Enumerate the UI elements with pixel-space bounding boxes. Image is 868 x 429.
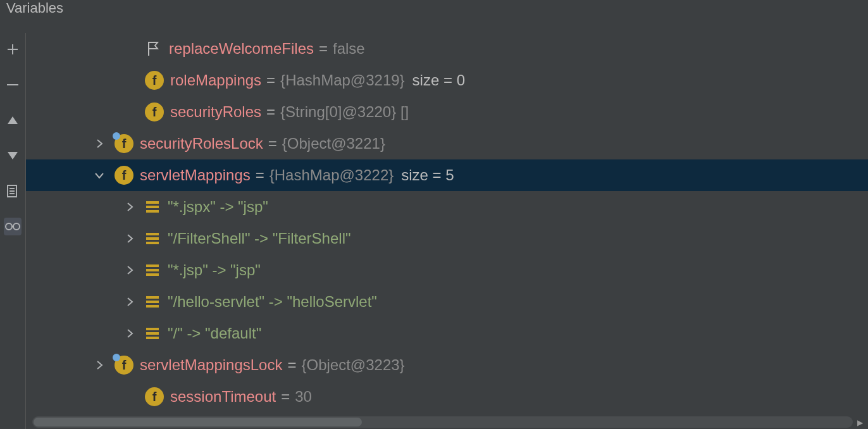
variable-value: {Object@3223} — [301, 356, 404, 374]
scrollbar-thumb[interactable] — [34, 418, 362, 426]
variable-value: {HashMap@3219} — [280, 72, 405, 89]
svg-rect-15 — [146, 273, 159, 276]
svg-rect-18 — [146, 305, 159, 308]
svg-rect-14 — [146, 269, 159, 271]
variable-row[interactable]: fservletMappings={HashMap@3222}size = 5 — [26, 159, 868, 191]
glasses-button[interactable] — [4, 218, 22, 235]
svg-rect-4 — [9, 193, 15, 194]
collapse-arrow-icon[interactable] — [92, 171, 107, 180]
map-entry-row[interactable]: "/FilterShell" -> "FilterShell" — [26, 223, 868, 254]
variable-row[interactable]: fservletMappingsLock={Object@3223} — [26, 349, 868, 381]
move-down-button[interactable] — [4, 147, 22, 165]
map-entry-icon — [145, 294, 160, 309]
variable-row[interactable]: fsessionTimeout=30 — [26, 381, 868, 413]
expand-arrow-icon[interactable] — [92, 139, 107, 148]
remove-watch-button[interactable] — [4, 76, 22, 94]
map-entry-row[interactable]: "*.jsp" -> "jsp" — [26, 254, 868, 286]
variable-row[interactable]: froleMappings={HashMap@3219}size = 0 — [26, 65, 868, 96]
equals-sign: = — [266, 103, 275, 121]
expand-arrow-icon[interactable] — [122, 297, 137, 306]
equals-sign: = — [281, 388, 290, 406]
field-icon: f — [145, 71, 164, 90]
map-entry-icon — [145, 263, 160, 278]
svg-rect-13 — [146, 264, 159, 267]
add-watch-button[interactable] — [4, 40, 22, 58]
horizontal-scrollbar[interactable] — [32, 416, 853, 428]
variable-name: securityRoles — [170, 103, 261, 121]
field-icon: f — [115, 134, 133, 153]
expand-arrow-icon[interactable] — [122, 202, 137, 211]
svg-rect-3 — [9, 190, 15, 192]
map-entry-row[interactable]: "/" -> "default" — [26, 318, 868, 349]
variables-tree[interactable]: replaceWelcomeFiles=falsefroleMappings={… — [26, 33, 868, 429]
svg-rect-12 — [146, 242, 159, 244]
expand-arrow-icon[interactable] — [122, 234, 137, 243]
variable-extra: size = 0 — [412, 72, 465, 89]
clipboard-button[interactable] — [4, 182, 22, 200]
variable-name: sessionTimeout — [170, 388, 276, 406]
field-icon: f — [145, 387, 164, 406]
svg-rect-0 — [7, 84, 18, 85]
expand-arrow-icon[interactable] — [92, 361, 107, 370]
svg-rect-2 — [9, 188, 15, 189]
variable-value: false — [333, 40, 365, 58]
move-up-button[interactable] — [4, 111, 22, 129]
svg-rect-10 — [146, 233, 159, 235]
svg-point-5 — [6, 223, 12, 230]
variable-value: {HashMap@3222} — [270, 166, 394, 184]
map-entry-value: "/FilterShell" -> "FilterShell" — [168, 230, 351, 247]
field-icon: f — [115, 356, 133, 375]
variable-value: {String[0]@3220} [] — [280, 103, 409, 121]
variable-value: 30 — [295, 388, 312, 406]
map-entry-row[interactable]: "*.jspx" -> "jsp" — [26, 191, 868, 223]
variable-row[interactable]: fsecurityRolesLock={Object@3221} — [26, 128, 868, 159]
equals-sign: = — [319, 40, 328, 58]
map-entry-value: "*.jsp" -> "jsp" — [168, 261, 261, 279]
scroll-right-button[interactable]: ▶ — [854, 417, 865, 428]
flag-icon — [145, 40, 163, 58]
expand-arrow-icon[interactable] — [122, 329, 137, 338]
equals-sign: = — [256, 166, 264, 184]
variable-value: {Object@3221} — [282, 135, 385, 152]
map-entry-icon — [145, 326, 160, 341]
map-entry-row[interactable]: "/hello-servlet" -> "helloServlet" — [26, 286, 868, 318]
svg-rect-19 — [146, 328, 159, 330]
gutter-toolbar — [0, 33, 26, 429]
svg-rect-21 — [146, 337, 159, 339]
variable-name: replaceWelcomeFiles — [169, 40, 314, 58]
svg-rect-11 — [146, 237, 159, 240]
expand-arrow-icon[interactable] — [122, 266, 137, 275]
field-icon: f — [115, 166, 133, 185]
svg-rect-17 — [146, 301, 159, 303]
svg-rect-7 — [146, 201, 159, 204]
svg-rect-20 — [146, 332, 159, 335]
map-entry-value: "/hello-servlet" -> "helloServlet" — [168, 293, 377, 311]
variables-panel: replaceWelcomeFiles=falsefroleMappings={… — [0, 33, 868, 429]
field-icon: f — [145, 103, 164, 121]
variable-row[interactable]: fsecurityRoles={String[0]@3220} [] — [26, 96, 868, 128]
svg-rect-16 — [146, 296, 159, 299]
panel-title: Variables — [0, 0, 868, 33]
map-entry-value: "*.jspx" -> "jsp" — [168, 198, 268, 216]
equals-sign: = — [266, 72, 275, 89]
map-entry-value: "/" -> "default" — [168, 325, 261, 342]
map-entry-icon — [145, 231, 160, 246]
variable-extra: size = 5 — [401, 166, 454, 184]
equals-sign: = — [287, 356, 296, 374]
variable-name: servletMappings — [140, 166, 251, 184]
variable-name: securityRolesLock — [140, 135, 263, 152]
variable-name: roleMappings — [170, 72, 261, 89]
svg-rect-9 — [146, 210, 159, 213]
variable-row[interactable]: replaceWelcomeFiles=false — [26, 33, 868, 65]
map-entry-icon — [145, 199, 160, 214]
equals-sign: = — [268, 135, 277, 152]
svg-rect-8 — [146, 206, 159, 208]
svg-point-6 — [13, 223, 20, 230]
variable-name: servletMappingsLock — [140, 356, 282, 374]
